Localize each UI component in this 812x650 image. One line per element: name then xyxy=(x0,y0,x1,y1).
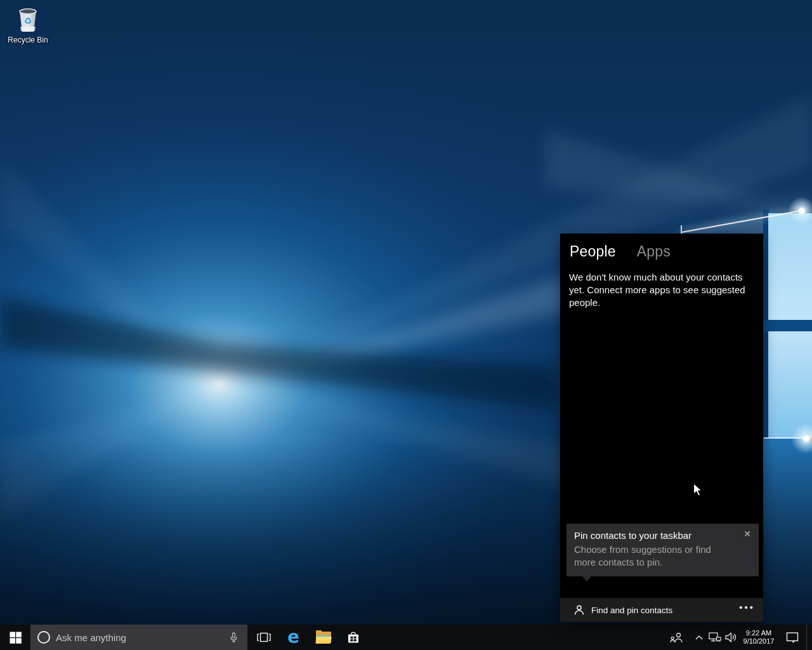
edge-icon: e xyxy=(287,628,299,646)
network-tray-button[interactable] xyxy=(707,625,723,650)
recycle-bin-shortcut[interactable]: ♻ Recycle Bin xyxy=(4,5,52,44)
windows-logo-icon xyxy=(10,632,22,644)
cortana-search-box[interactable] xyxy=(30,625,247,650)
task-view-button[interactable] xyxy=(249,625,278,650)
start-button[interactable] xyxy=(0,625,30,650)
cortana-circle-icon xyxy=(37,631,50,644)
see-more-icon[interactable]: ••• xyxy=(739,602,755,613)
action-center-icon xyxy=(786,632,799,643)
contacts-empty-message: We don't know much about your contacts y… xyxy=(569,271,749,309)
person-icon xyxy=(573,604,585,616)
folder-icon xyxy=(316,632,331,644)
network-icon xyxy=(709,632,721,643)
people-taskbar-button[interactable] xyxy=(666,625,686,650)
show-desktop-button[interactable] xyxy=(806,625,812,650)
pin-contacts-tooltip: Pin contacts to your taskbar Choose from… xyxy=(566,524,759,576)
svg-text:♻: ♻ xyxy=(24,16,32,26)
tab-people[interactable]: People xyxy=(570,243,616,260)
microphone-icon xyxy=(229,632,239,643)
task-view-icon xyxy=(256,631,272,644)
show-hidden-icons-button[interactable] xyxy=(692,625,706,650)
desktop-screen: ♻ Recycle Bin People Apps We don't know … xyxy=(0,0,812,650)
recycle-bin-label: Recycle Bin xyxy=(8,36,48,44)
tray-time: 9:22 AM xyxy=(746,629,771,637)
tray-date: 9/10/2017 xyxy=(743,637,775,646)
action-center-button[interactable] xyxy=(782,625,802,650)
taskbar-app-buttons: e xyxy=(249,625,368,650)
file-explorer-button[interactable] xyxy=(308,625,338,650)
find-and-pin-label: Find and pin contacts xyxy=(591,606,672,615)
clock[interactable]: 9:22 AM 9/10/2017 xyxy=(737,625,781,650)
tooltip-arrow xyxy=(577,571,596,581)
store-button[interactable] xyxy=(338,625,368,650)
speaker-icon xyxy=(725,632,737,642)
close-icon[interactable]: ✕ xyxy=(743,529,751,539)
recycle-bin-icon: ♻ xyxy=(15,5,41,34)
people-icon xyxy=(670,632,683,643)
edge-button[interactable]: e xyxy=(278,625,308,650)
search-input[interactable] xyxy=(56,632,225,643)
people-flyout-tabs: People Apps xyxy=(560,234,763,260)
store-icon xyxy=(346,630,360,644)
people-flyout: People Apps We don't know much about you… xyxy=(560,234,763,622)
tooltip-title: Pin contacts to your taskbar xyxy=(574,530,751,541)
tooltip-body: Choose from suggestions or find more con… xyxy=(574,543,733,569)
find-and-pin-contacts-row[interactable]: Find and pin contacts ••• xyxy=(560,598,763,622)
chevron-up-icon xyxy=(695,635,703,640)
taskbar: e xyxy=(0,625,812,650)
tab-apps[interactable]: Apps xyxy=(637,243,671,260)
microphone-button[interactable] xyxy=(225,629,242,646)
